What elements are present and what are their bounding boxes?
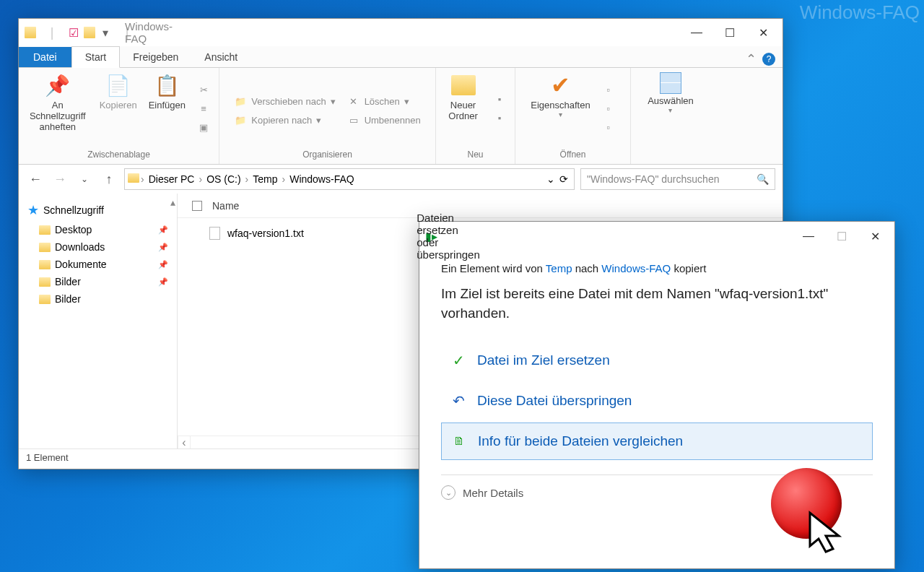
group-open-label: Öffnen: [560, 147, 586, 164]
close-button[interactable]: ✕: [746, 19, 780, 46]
path-dropdown-icon[interactable]: ⌄: [546, 173, 555, 185]
group-new-label: Neu: [467, 147, 483, 164]
nav-back-button[interactable]: ←: [26, 170, 45, 188]
copy-summary: Ein Element wird von Temp nach Windows-F…: [441, 262, 873, 274]
help-icon[interactable]: ?: [762, 53, 775, 66]
tab-start[interactable]: Start: [71, 46, 121, 68]
copyto-icon: 📁: [234, 114, 247, 127]
star-icon: ★: [27, 202, 39, 218]
selectall-checkbox[interactable]: [192, 201, 202, 211]
crumb-3[interactable]: Windows-FAQ: [287, 173, 357, 185]
pin-icon: 📌: [158, 243, 168, 252]
conflict-message: Im Ziel ist bereits eine Datei mit dem N…: [441, 285, 873, 323]
folder-icon: [25, 27, 36, 38]
nav-documents[interactable]: Dokumente📌: [22, 256, 174, 273]
scroll-up-icon[interactable]: ▴: [170, 196, 175, 208]
ribbon: 📌 An Schnellzugriff anheften 📄 Kopieren …: [19, 68, 783, 165]
nav-pictures[interactable]: Bilder📌: [22, 273, 174, 290]
explorer-titlebar: | ☑ ▾ | Windows-FAQ — ☐ ✕: [19, 19, 783, 46]
minimize-button[interactable]: —: [680, 19, 713, 46]
option-skip[interactable]: ↶ Diese Datei überspringen: [441, 382, 873, 420]
folder-icon: [39, 295, 51, 304]
delete-icon: ✕: [347, 95, 360, 108]
scroll-left-icon[interactable]: ‹: [178, 436, 191, 448]
dialog-title: Dateien ersetzen oder überspringen: [443, 230, 454, 242]
history-button[interactable]: ▫: [598, 119, 619, 136]
paste-button[interactable]: 📋 Einfügen: [144, 71, 190, 112]
tab-file[interactable]: Datei: [19, 47, 71, 67]
nav-pane: ▴ ★ Schnellzugriff Desktop📌 Downloads📌 D…: [19, 194, 178, 448]
nav-desktop[interactable]: Desktop📌: [22, 221, 174, 238]
move-to-button[interactable]: 📁Verschieben nach ▾: [230, 93, 339, 110]
column-headers: Name: [178, 194, 783, 218]
qat-folder-icon[interactable]: [84, 27, 95, 38]
properties-button[interactable]: ✔ Eigenschaften ▾: [526, 71, 594, 120]
qat-checkbox-icon[interactable]: ☑: [68, 27, 79, 38]
tab-view[interactable]: Ansicht: [191, 47, 250, 67]
pasteshortcut-button[interactable]: ▣: [193, 119, 214, 136]
open-button[interactable]: ▫: [598, 82, 619, 99]
select-button[interactable]: Auswählen ▾: [643, 71, 698, 116]
copy-icon: 📄: [105, 72, 131, 98]
group-clipboard-label: Zwischenablage: [87, 147, 150, 164]
refresh-icon[interactable]: ⟳: [559, 173, 568, 185]
properties-icon: ✔: [548, 72, 574, 98]
column-name[interactable]: Name: [212, 200, 239, 212]
dst-link[interactable]: Windows-FAQ: [601, 262, 671, 274]
moveto-icon: 📁: [234, 95, 247, 108]
pin-icon: 📌: [45, 72, 71, 98]
window-title: Windows-FAQ: [143, 27, 154, 38]
dialog-maximize-button[interactable]: ☐: [825, 222, 858, 250]
watermark-text: Windows-FAQ: [800, 1, 920, 24]
crumb-2[interactable]: Temp: [250, 173, 280, 185]
pin-icon: 📌: [158, 225, 168, 235]
tab-share[interactable]: Freigeben: [120, 47, 191, 67]
new-folder-icon: [450, 72, 476, 98]
search-input[interactable]: "Windows-FAQ" durchsuchen 🔍: [580, 168, 775, 190]
dialog-minimize-button[interactable]: —: [792, 222, 825, 250]
easy-access-button[interactable]: ▪: [489, 110, 510, 127]
folder-icon: [39, 260, 51, 269]
copypath-button[interactable]: ≡: [193, 100, 214, 118]
folder-icon: [39, 243, 51, 252]
nav-downloads[interactable]: Downloads📌: [22, 238, 174, 256]
pin-icon: 📌: [158, 277, 168, 287]
copypath-icon: ≡: [197, 103, 210, 116]
breadcrumb[interactable]: › Dieser PC› OS (C:)› Temp› Windows-FAQ …: [124, 168, 575, 190]
maximize-button[interactable]: ☐: [713, 19, 746, 46]
collapse-ribbon-icon[interactable]: ⌃: [746, 51, 757, 67]
qat-dropdown-icon[interactable]: ▾: [100, 27, 111, 38]
copy-to-button[interactable]: 📁Kopieren nach ▾: [230, 112, 339, 129]
pathbar: ← → ⌄ ↑ › Dieser PC› OS (C:)› Temp› Wind…: [19, 165, 783, 194]
rename-icon: ▭: [347, 114, 360, 127]
pin-icon: 📌: [158, 260, 168, 269]
folder-icon: [128, 173, 139, 185]
compare-icon: 🗎: [450, 435, 468, 448]
option-replace[interactable]: ✓ Datei im Ziel ersetzen: [441, 342, 873, 379]
new-item-button[interactable]: ▪: [489, 91, 510, 108]
nav-history-button[interactable]: ⌄: [75, 170, 94, 188]
ribbon-tabs: Datei Start Freigeben Ansicht ⌃ ?: [19, 46, 783, 68]
nav-pictures-2[interactable]: Bilder: [22, 290, 174, 308]
edit-button[interactable]: ▫: [598, 100, 619, 118]
undo-icon: ↶: [450, 392, 467, 410]
src-link[interactable]: Temp: [546, 262, 572, 274]
cut-button[interactable]: ✂: [193, 82, 214, 99]
option-compare[interactable]: 🗎 Info für beide Dateien vergleichen: [441, 422, 873, 460]
crumb-0[interactable]: Dieser PC: [146, 173, 198, 185]
crumb-1[interactable]: OS (C:): [204, 173, 243, 185]
text-file-icon: [209, 227, 220, 240]
svg-marker-0: [810, 513, 839, 552]
group-select-label: [669, 147, 671, 164]
group-organize-label: Organisieren: [302, 147, 352, 164]
copy-button[interactable]: 📄 Kopieren: [95, 71, 141, 112]
nav-up-button[interactable]: ↑: [100, 170, 118, 188]
delete-button[interactable]: ✕Löschen ▾: [343, 93, 425, 110]
pin-quickaccess-button[interactable]: 📌 An Schnellzugriff anheften: [23, 71, 92, 134]
nav-forward-button[interactable]: →: [51, 170, 69, 188]
new-folder-button[interactable]: Neuer Ordner: [440, 71, 486, 123]
nav-quickaccess[interactable]: ★ Schnellzugriff: [22, 199, 174, 221]
dialog-close-button[interactable]: ✕: [858, 222, 892, 250]
select-icon: [660, 72, 681, 94]
rename-button[interactable]: ▭Umbenennen: [343, 112, 425, 129]
